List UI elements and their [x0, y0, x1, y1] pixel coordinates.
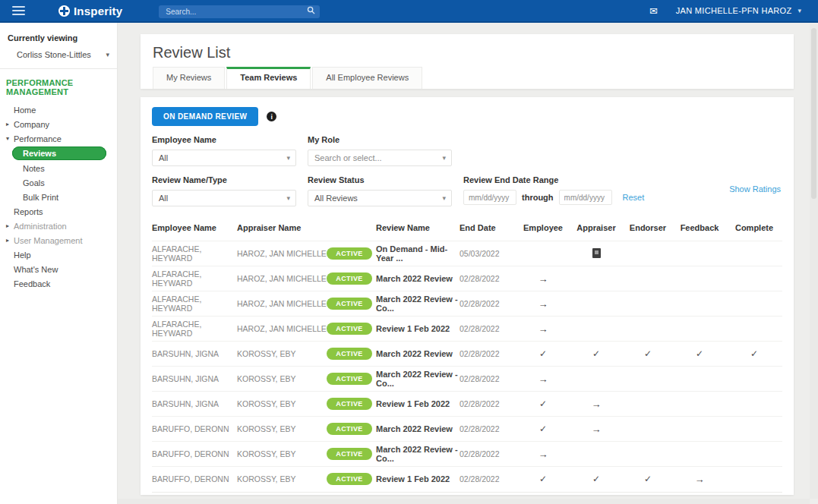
check-icon: ✓ [750, 348, 758, 359]
info-icon[interactable]: i [267, 112, 276, 121]
review-name-link[interactable]: March 2022 Review [376, 266, 460, 291]
sidebar-item-notes[interactable]: Notes [0, 161, 117, 175]
review-name-type-filter-label: Review Name/Type [152, 175, 296, 184]
sidebar-item-label: Notes [14, 164, 45, 173]
review-name-link[interactable]: On Demand - Mid-Year ... [376, 241, 460, 266]
employee-stage-cell: ✓ [516, 342, 570, 367]
date-from-input[interactable] [463, 190, 516, 205]
top-navigation-bar: Insperity ✉ JAN MICHELLE-PFN HAROZ ▾ [0, 0, 818, 23]
user-menu-caret-icon[interactable]: ▾ [797, 7, 801, 14]
chevron-down-icon: ▾ [286, 191, 290, 206]
check-icon: ✓ [539, 348, 547, 359]
my-role-filter-label: My Role [308, 135, 452, 144]
appraiser-name-cell: KOROSSY, EBY [237, 442, 327, 467]
horizontal-scrollbar[interactable] [118, 499, 810, 504]
status-cell: ACTIVE [327, 291, 376, 317]
date-to-input[interactable] [559, 190, 612, 205]
search-icon[interactable] [307, 6, 315, 14]
complete-stage-cell [726, 442, 782, 467]
table-row: BARUFFO, DERONN KOROSSY, EBY ACTIVE Revi… [152, 467, 782, 492]
my-role-select[interactable]: Search or select... ▾ [308, 150, 452, 166]
chevron-icon: ▸ [6, 237, 14, 244]
table-row: BARSUHN, JIGNA KOROSSY, EBY ACTIVE Revie… [152, 392, 782, 417]
client-selector[interactable]: Corliss Stone-Littles ▾ [0, 43, 117, 69]
sidebar-item-label: User Management [14, 236, 83, 245]
feedback-stage-cell: ✓ [673, 342, 726, 367]
review-name-link[interactable]: March 2022 Review - Co... [376, 367, 460, 392]
review-name-link[interactable]: March 2022 Review - Co... [376, 442, 460, 467]
column-header-feedback: Feedback [673, 217, 726, 241]
feedback-stage-cell [673, 317, 726, 342]
arrow-icon: → [592, 424, 602, 435]
sidebar-item-home[interactable]: Home [0, 102, 117, 117]
sidebar-item-what-s-new[interactable]: What's New [0, 262, 117, 276]
reset-link[interactable]: Reset [623, 193, 645, 202]
review-name-type-select[interactable]: All ▾ [152, 190, 296, 206]
review-tabs: My ReviewsTeam ReviewsAll Employee Revie… [153, 67, 424, 89]
chevron-icon: ▸ [6, 222, 14, 229]
vertical-scrollbar-thumb[interactable] [811, 28, 816, 199]
table-row: ALFARACHE, HEYWARD HAROZ, JAN MICHELLE A… [152, 291, 782, 317]
vertical-scrollbar[interactable] [810, 24, 818, 499]
tab-all-employee-reviews[interactable]: All Employee Reviews [312, 67, 422, 89]
mail-icon[interactable]: ✉ [649, 5, 658, 17]
sidebar-item-bulk-print[interactable]: Bulk Print [0, 190, 117, 204]
sidebar-item-help[interactable]: Help [0, 247, 117, 262]
sidebar-item-administration[interactable]: ▸ Administration [0, 219, 117, 233]
sidebar-item-user-management[interactable]: ▸ User Management [0, 233, 117, 247]
review-name-link[interactable]: March 2022 Review [376, 417, 460, 442]
endorser-stage-cell [623, 367, 673, 392]
sidebar-item-label: Reports [14, 207, 43, 216]
document-icon[interactable] [592, 248, 601, 258]
employee-name-cell: BARSUHN, JIGNA [152, 342, 237, 367]
status-badge: ACTIVE [327, 373, 372, 385]
appraiser-name-cell: KOROSSY, EBY [237, 342, 327, 367]
review-status-select[interactable]: All Reviews ▾ [308, 190, 452, 206]
employee-stage-cell: ✓ [516, 392, 570, 417]
performance-management-heading: PERFORMANCE MANAGEMENT [0, 69, 117, 99]
hamburger-menu-icon[interactable] [12, 6, 25, 15]
column-header-status [327, 217, 376, 241]
tab-team-reviews[interactable]: Team Reviews [226, 67, 311, 89]
show-ratings-link[interactable]: Show Ratings [729, 184, 781, 194]
employee-name-select-value: All [159, 153, 168, 162]
main-content: Review List My ReviewsTeam ReviewsAll Em… [118, 23, 818, 504]
sidebar-item-reports[interactable]: Reports [0, 204, 117, 219]
table-row: ALFARACHE, HEYWARD HAROZ, JAN MICHELLE A… [152, 266, 782, 291]
date-range-filter-label: Review End Date Range [463, 175, 638, 184]
check-icon: ✓ [539, 474, 547, 484]
sidebar-item-company[interactable]: ▸ Company [0, 117, 117, 131]
sidebar-item-label: Home [14, 106, 36, 115]
sidebar-item-feedback[interactable]: Feedback [0, 276, 117, 291]
status-cell: ACTIVE [327, 367, 376, 392]
tab-my-reviews[interactable]: My Reviews [153, 67, 225, 89]
review-name-link[interactable]: March 2022 Review [376, 342, 460, 367]
sidebar-item-goals[interactable]: Goals [0, 175, 117, 190]
feedback-stage-cell [673, 392, 726, 417]
review-name-link[interactable]: Review 1 Feb 2022 [376, 467, 460, 492]
employee-stage-cell: ✓ [516, 467, 570, 492]
sidebar-item-label: Reviews [12, 149, 56, 158]
employee-name-cell: BARSUHN, JIGNA [152, 367, 237, 392]
employee-name-cell: BARUFFO, DERONN [152, 467, 237, 492]
sidebar-item-performance[interactable]: ▾ Performance [0, 131, 117, 146]
status-cell: ACTIVE [327, 392, 376, 417]
table-row: ALFARACHE, HEYWARD HAROZ, JAN MICHELLE A… [152, 241, 782, 266]
on-demand-review-button[interactable]: ON DEMAND REVIEW [152, 107, 258, 126]
user-menu[interactable]: JAN MICHELLE-PFN HAROZ [676, 6, 792, 15]
end-date-cell: 02/28/2022 [460, 467, 516, 492]
endorser-stage-cell [623, 442, 673, 467]
appraiser-stage-cell: → [570, 392, 623, 417]
chevron-down-icon: ▾ [442, 191, 446, 206]
review-name-link[interactable]: Review 1 Feb 2022 [376, 392, 460, 417]
review-name-type-select-value: All [159, 194, 168, 203]
global-search-input[interactable] [159, 5, 320, 18]
sidebar-item-reviews[interactable]: Reviews [12, 146, 106, 160]
review-name-link[interactable]: Review 1 Feb 2022 [376, 317, 460, 342]
complete-stage-cell [726, 291, 782, 317]
employee-name-cell: BARUFFO, DERONN [152, 442, 237, 467]
end-date-cell: 02/28/2022 [460, 266, 516, 291]
review-name-link[interactable]: March 2022 Review - Co... [376, 291, 460, 317]
status-badge: ACTIVE [327, 423, 372, 435]
employee-name-select[interactable]: All ▾ [152, 150, 296, 166]
